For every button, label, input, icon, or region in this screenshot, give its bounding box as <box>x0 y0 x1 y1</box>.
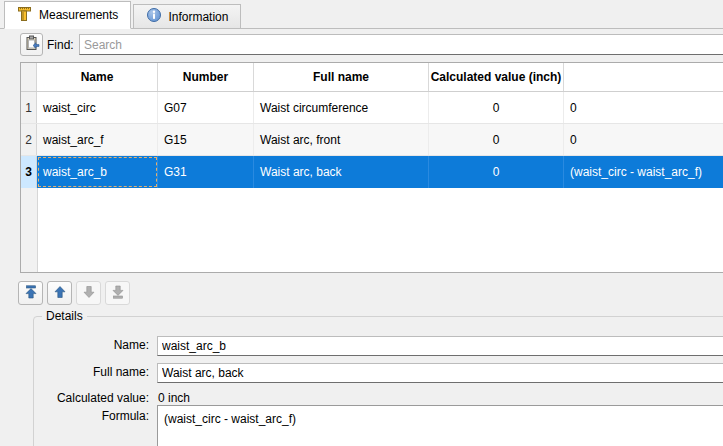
move-up-icon <box>53 285 67 302</box>
full-name-label: Full name: <box>34 365 149 379</box>
info-icon <box>146 7 162 26</box>
move-down-icon <box>82 285 96 302</box>
table-header-row: Name Number Full name Calculated value (… <box>21 63 723 92</box>
table-row[interactable]: 2 waist_arc_f G15 Waist arc, front 0 0 <box>21 123 723 155</box>
tab-bar: Measurements Information <box>0 0 723 29</box>
column-header-number[interactable]: Number <box>158 63 254 91</box>
move-to-top-button[interactable] <box>18 281 43 305</box>
cell-number[interactable]: G07 <box>158 92 254 123</box>
cell-full-name[interactable]: Waist circumference <box>254 92 429 123</box>
formula-label: Formula: <box>34 409 149 423</box>
cell-calculated-value[interactable]: 0 <box>429 92 564 123</box>
cell-name[interactable]: waist_arc_b <box>37 156 158 188</box>
search-input[interactable] <box>79 34 723 55</box>
details-group-label: Details <box>42 309 87 323</box>
cell-name[interactable]: waist_arc_f <box>37 124 158 155</box>
import-from-pattern-button[interactable] <box>20 33 43 56</box>
column-header-full-name[interactable]: Full name <box>254 63 429 91</box>
row-number[interactable]: 3 <box>21 156 37 188</box>
table-corner[interactable] <box>21 63 37 91</box>
move-bottom-icon <box>111 285 125 302</box>
name-field[interactable] <box>157 336 723 356</box>
row-number[interactable]: 1 <box>21 92 37 123</box>
cell-number[interactable]: G15 <box>158 124 254 155</box>
full-name-field[interactable] <box>157 363 723 383</box>
calculated-value: 0 inch <box>158 391 190 405</box>
column-header-name[interactable]: Name <box>37 63 158 91</box>
table-row[interactable]: 1 waist_circ G07 Waist circumference 0 0 <box>21 92 723 123</box>
tab-information[interactable]: Information <box>133 4 241 28</box>
cell-number[interactable]: G31 <box>158 156 254 188</box>
measurements-dialog: Measurements Information <box>0 0 723 446</box>
cell-full-name[interactable]: Waist arc, back <box>254 156 429 188</box>
paste-icon <box>24 35 40 54</box>
cell-name[interactable]: waist_circ <box>37 92 158 123</box>
move-top-icon <box>24 285 38 302</box>
details-group: Details Name: Full name: Calculated valu… <box>33 316 723 446</box>
cell-formula[interactable]: (waist_circ - waist_arc_f) <box>564 156 723 188</box>
cell-calculated-value[interactable]: 0 <box>429 156 564 188</box>
move-up-button[interactable] <box>47 281 72 305</box>
column-header-calculated-value[interactable]: Calculated value (inch) <box>429 63 564 91</box>
measurements-table: Name Number Full name Calculated value (… <box>20 62 723 273</box>
tab-information-label: Information <box>168 10 228 24</box>
formula-field[interactable]: (waist_circ - waist_arc_f) <box>157 405 723 446</box>
cell-formula[interactable]: 0 <box>564 124 723 155</box>
find-label: Find: <box>47 33 74 56</box>
ruler-icon <box>17 6 33 25</box>
row-number[interactable]: 2 <box>21 124 37 155</box>
cell-full-name[interactable]: Waist arc, front <box>254 124 429 155</box>
cell-formula[interactable]: 0 <box>564 92 723 123</box>
column-header-formula[interactable] <box>564 63 723 91</box>
tab-measurements[interactable]: Measurements <box>4 1 131 29</box>
tab-measurements-label: Measurements <box>39 8 118 22</box>
calculated-value-label: Calculated value: <box>34 391 149 405</box>
name-label: Name: <box>34 338 149 352</box>
table-row-selected[interactable]: 3 waist_arc_b G31 Waist arc, back 0 (wai… <box>21 155 723 188</box>
move-down-button[interactable] <box>76 281 101 305</box>
move-to-bottom-button[interactable] <box>105 281 130 305</box>
cell-calculated-value[interactable]: 0 <box>429 124 564 155</box>
